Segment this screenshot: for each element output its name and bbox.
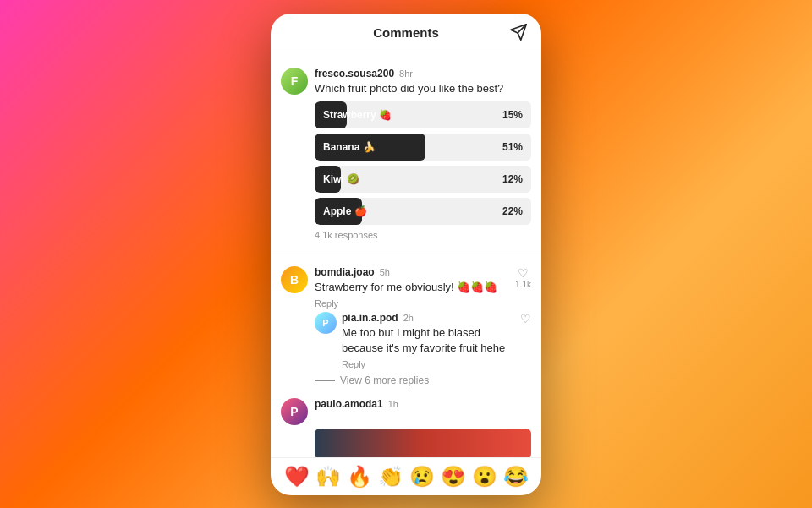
heart-pia[interactable]: ♡ <box>520 312 531 325</box>
comments-body: F fresco.sousa200 8hr Which fruit photo … <box>271 52 541 457</box>
emoji-cry[interactable]: 😢 <box>409 465 435 489</box>
emoji-laugh[interactable]: 😂 <box>503 465 529 489</box>
divider-1 <box>271 254 541 254</box>
send-icon[interactable] <box>509 23 528 41</box>
bomdia-content: bomdia.joao 5h Strawberry for me obvious… <box>315 266 505 309</box>
replies-section: P pia.in.a.pod 2h Me too but I might be … <box>315 312 531 388</box>
bomdia-text: Strawberry for me obviously! 🍓🍓🍓 <box>315 280 505 295</box>
emoji-clap[interactable]: 👏 <box>378 465 403 489</box>
poll-comment-content: fresco.sousa200 8hr Which fruit photo di… <box>315 68 531 243</box>
poll-label-strawberry: Strawberry 🍓 <box>315 109 501 121</box>
poll-pct-strawberry: 15% <box>501 109 531 121</box>
reply-bomdia[interactable]: Reply <box>315 298 505 309</box>
poll-label-banana: Banana 🍌 <box>315 141 501 153</box>
username-fresco[interactable]: fresco.sousa200 <box>315 68 394 79</box>
avatar-fresco[interactable]: F <box>281 68 308 95</box>
comments-header: Comments <box>271 14 541 52</box>
poll-pct-kiwi: 12% <box>501 173 531 185</box>
emoji-raised-hands[interactable]: 🙌 <box>315 465 341 489</box>
poll-responses: 4.1k responses <box>315 230 531 240</box>
poll-pct-apple: 22% <box>501 205 531 217</box>
emoji-fire[interactable]: 🔥 <box>347 465 372 489</box>
comment-bomdia: B bomdia.joao 5h Strawberry for me obvio… <box>271 261 541 394</box>
poll-option-banana[interactable]: Banana 🍌 51% <box>315 134 531 161</box>
pia-content: pia.in.a.pod 2h Me too but I might be bi… <box>342 312 512 369</box>
header-title: Comments <box>373 25 439 40</box>
pia-text: Me too but I might be biased because it'… <box>342 325 512 356</box>
view-more-text: View 6 more replies <box>340 374 429 386</box>
view-more-replies[interactable]: View 6 more replies <box>315 369 531 388</box>
emoji-bar: ❤️ 🙌 🔥 👏 😢 😍 😮 😂 <box>271 457 541 495</box>
poll-option-apple[interactable]: Apple 🍎 22% <box>315 198 531 225</box>
heart-icon-bomdia: ♡ <box>518 266 529 280</box>
emoji-wow[interactable]: 😮 <box>472 465 497 489</box>
poll-option-strawberry[interactable]: Strawberry 🍓 15% <box>315 101 531 128</box>
reply-pia[interactable]: Reply <box>342 359 512 369</box>
poll-question: Which fruit photo did you like the best? <box>315 81 531 96</box>
poll-pct-banana: 51% <box>501 141 531 153</box>
avatar-pia[interactable]: P <box>315 312 337 334</box>
heart-count-bomdia: 1.1k <box>515 280 531 289</box>
heart-bomdia[interactable]: ♡ 1.1k <box>515 266 531 289</box>
time-paulo: 1h <box>388 399 398 409</box>
poll-label-apple: Apple 🍎 <box>315 205 501 217</box>
poll-option-kiwi[interactable]: Kiwi 🥝 12% <box>315 166 531 193</box>
time-pia: 2h <box>403 313 414 323</box>
avatar-paulo[interactable]: P <box>281 398 308 425</box>
comment-paulo: P paulo.amoda1 1h <box>271 393 541 456</box>
username-bomdia[interactable]: bomdia.joao <box>315 266 375 278</box>
time-fresco: 8hr <box>399 68 413 79</box>
poll-options: Strawberry 🍓 15% Banana 🍌 51% Kiwi 🥝 12% <box>315 101 531 225</box>
poll-comment: F fresco.sousa200 8hr Which fruit photo … <box>271 61 541 247</box>
time-bomdia: 5h <box>380 267 390 277</box>
paulo-content: paulo.amoda1 1h <box>315 398 531 412</box>
username-pia[interactable]: pia.in.a.pod <box>342 312 398 324</box>
paulo-image <box>315 429 531 456</box>
poll-label-kiwi: Kiwi 🥝 <box>315 173 501 185</box>
view-more-line <box>315 380 335 381</box>
phone-container: Comments F fresco.sousa200 8hr Which fru… <box>271 14 541 495</box>
username-paulo[interactable]: paulo.amoda1 <box>315 398 383 410</box>
heart-icon-pia: ♡ <box>520 312 531 325</box>
emoji-heart-eyes[interactable]: 😍 <box>441 465 466 489</box>
emoji-heart[interactable]: ❤️ <box>284 465 310 489</box>
avatar-bomdia[interactable]: B <box>281 266 308 293</box>
